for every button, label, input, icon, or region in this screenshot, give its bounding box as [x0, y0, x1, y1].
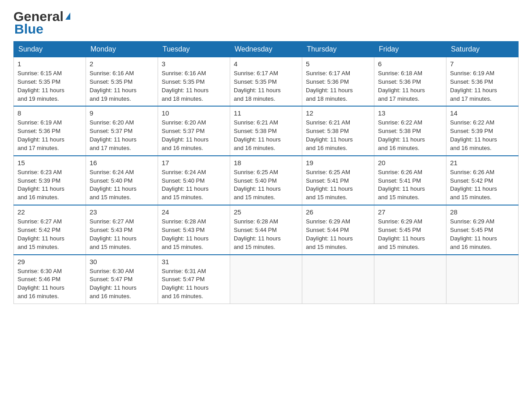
calendar-week-row: 29Sunrise: 6:30 AMSunset: 5:46 PMDayligh… [14, 255, 519, 304]
day-number: 23 [90, 208, 154, 216]
calendar-cell: 20Sunrise: 6:26 AMSunset: 5:41 PMDayligh… [374, 156, 446, 205]
calendar-cell [302, 255, 374, 304]
day-number: 25 [234, 208, 298, 216]
day-info: Sunrise: 6:25 AMSunset: 5:40 PMDaylight:… [234, 168, 298, 202]
calendar-cell: 3Sunrise: 6:16 AMSunset: 5:35 PMDaylight… [158, 57, 230, 107]
calendar-week-row: 8Sunrise: 6:19 AMSunset: 5:36 PMDaylight… [14, 106, 519, 155]
day-number: 5 [306, 60, 370, 68]
calendar-cell [230, 255, 302, 304]
day-info: Sunrise: 6:23 AMSunset: 5:39 PMDaylight:… [17, 168, 82, 202]
calendar-cell: 18Sunrise: 6:25 AMSunset: 5:40 PMDayligh… [230, 156, 302, 205]
day-info: Sunrise: 6:26 AMSunset: 5:42 PMDaylight:… [450, 168, 515, 202]
day-info: Sunrise: 6:21 AMSunset: 5:38 PMDaylight:… [234, 119, 298, 152]
calendar-cell: 11Sunrise: 6:21 AMSunset: 5:38 PMDayligh… [230, 106, 302, 155]
calendar-cell: 28Sunrise: 6:29 AMSunset: 5:45 PMDayligh… [446, 205, 519, 254]
calendar-cell [374, 255, 446, 304]
calendar-cell: 26Sunrise: 6:29 AMSunset: 5:44 PMDayligh… [302, 205, 374, 254]
day-number: 6 [378, 60, 442, 68]
day-info: Sunrise: 6:22 AMSunset: 5:38 PMDaylight:… [378, 119, 442, 152]
calendar-cell: 2Sunrise: 6:16 AMSunset: 5:35 PMDaylight… [86, 57, 158, 107]
day-number: 2 [90, 60, 154, 68]
header-wednesday: Wednesday [230, 42, 302, 57]
day-info: Sunrise: 6:22 AMSunset: 5:39 PMDaylight:… [450, 119, 515, 152]
day-info: Sunrise: 6:19 AMSunset: 5:36 PMDaylight:… [17, 119, 82, 152]
calendar-cell: 25Sunrise: 6:28 AMSunset: 5:44 PMDayligh… [230, 205, 302, 254]
day-number: 27 [378, 208, 442, 216]
calendar-cell: 21Sunrise: 6:26 AMSunset: 5:42 PMDayligh… [446, 156, 519, 205]
day-number: 28 [450, 208, 515, 216]
day-info: Sunrise: 6:29 AMSunset: 5:45 PMDaylight:… [450, 218, 515, 251]
calendar-cell: 5Sunrise: 6:17 AMSunset: 5:36 PMDaylight… [302, 57, 374, 107]
day-number: 17 [162, 159, 226, 167]
header-friday: Friday [374, 42, 446, 57]
day-number: 20 [378, 159, 442, 167]
calendar-cell: 17Sunrise: 6:24 AMSunset: 5:40 PMDayligh… [158, 156, 230, 205]
day-info: Sunrise: 6:17 AMSunset: 5:35 PMDaylight:… [234, 69, 298, 103]
calendar-week-row: 15Sunrise: 6:23 AMSunset: 5:39 PMDayligh… [14, 156, 519, 205]
day-number: 13 [378, 109, 442, 117]
day-number: 3 [162, 60, 226, 68]
header-monday: Monday [86, 42, 158, 57]
day-info: Sunrise: 6:20 AMSunset: 5:37 PMDaylight:… [162, 119, 226, 152]
calendar-cell: 30Sunrise: 6:30 AMSunset: 5:47 PMDayligh… [86, 255, 158, 304]
day-info: Sunrise: 6:28 AMSunset: 5:43 PMDaylight:… [162, 218, 226, 251]
day-info: Sunrise: 6:15 AMSunset: 5:35 PMDaylight:… [17, 69, 82, 103]
day-info: Sunrise: 6:17 AMSunset: 5:36 PMDaylight:… [306, 69, 370, 103]
calendar-cell: 31Sunrise: 6:31 AMSunset: 5:47 PMDayligh… [158, 255, 230, 304]
calendar-week-row: 22Sunrise: 6:27 AMSunset: 5:42 PMDayligh… [14, 205, 519, 254]
day-number: 8 [17, 109, 82, 117]
calendar-cell: 4Sunrise: 6:17 AMSunset: 5:35 PMDaylight… [230, 57, 302, 107]
day-info: Sunrise: 6:30 AMSunset: 5:47 PMDaylight:… [90, 267, 154, 301]
header-sunday: Sunday [14, 42, 86, 57]
day-number: 12 [306, 109, 370, 117]
day-number: 30 [90, 258, 154, 265]
header-thursday: Thursday [302, 42, 374, 57]
calendar-cell: 6Sunrise: 6:18 AMSunset: 5:36 PMDaylight… [374, 57, 446, 107]
day-number: 16 [90, 159, 154, 167]
day-info: Sunrise: 6:25 AMSunset: 5:41 PMDaylight:… [306, 168, 370, 202]
day-info: Sunrise: 6:29 AMSunset: 5:44 PMDaylight:… [306, 218, 370, 251]
day-number: 10 [162, 109, 226, 117]
day-info: Sunrise: 6:20 AMSunset: 5:37 PMDaylight:… [90, 119, 154, 152]
day-info: Sunrise: 6:24 AMSunset: 5:40 PMDaylight:… [162, 168, 226, 202]
calendar-table: SundayMondayTuesdayWednesdayThursdayFrid… [13, 41, 519, 304]
calendar-cell: 22Sunrise: 6:27 AMSunset: 5:42 PMDayligh… [14, 205, 86, 254]
day-number: 4 [234, 60, 298, 68]
calendar-week-row: 1Sunrise: 6:15 AMSunset: 5:35 PMDaylight… [14, 57, 519, 107]
calendar-cell: 14Sunrise: 6:22 AMSunset: 5:39 PMDayligh… [446, 106, 519, 155]
calendar-cell: 29Sunrise: 6:30 AMSunset: 5:46 PMDayligh… [14, 255, 86, 304]
day-info: Sunrise: 6:16 AMSunset: 5:35 PMDaylight:… [162, 69, 226, 103]
day-number: 11 [234, 109, 298, 117]
day-number: 9 [90, 109, 154, 117]
day-number: 7 [450, 60, 515, 68]
day-info: Sunrise: 6:26 AMSunset: 5:41 PMDaylight:… [378, 168, 442, 202]
day-info: Sunrise: 6:19 AMSunset: 5:36 PMDaylight:… [450, 69, 515, 103]
calendar-cell: 13Sunrise: 6:22 AMSunset: 5:38 PMDayligh… [374, 106, 446, 155]
day-number: 26 [306, 208, 370, 216]
calendar-cell [446, 255, 519, 304]
day-number: 22 [17, 208, 82, 216]
calendar-cell: 24Sunrise: 6:28 AMSunset: 5:43 PMDayligh… [158, 205, 230, 254]
day-number: 18 [234, 159, 298, 167]
day-info: Sunrise: 6:27 AMSunset: 5:43 PMDaylight:… [90, 218, 154, 251]
calendar-cell: 15Sunrise: 6:23 AMSunset: 5:39 PMDayligh… [14, 156, 86, 205]
day-number: 1 [17, 60, 82, 68]
day-number: 19 [306, 159, 370, 167]
calendar-cell: 1Sunrise: 6:15 AMSunset: 5:35 PMDaylight… [14, 57, 86, 107]
day-info: Sunrise: 6:31 AMSunset: 5:47 PMDaylight:… [162, 267, 226, 301]
day-number: 15 [17, 159, 82, 167]
day-info: Sunrise: 6:28 AMSunset: 5:44 PMDaylight:… [234, 218, 298, 251]
calendar-header-row: SundayMondayTuesdayWednesdayThursdayFrid… [14, 42, 519, 57]
calendar-cell: 23Sunrise: 6:27 AMSunset: 5:43 PMDayligh… [86, 205, 158, 254]
calendar-cell: 27Sunrise: 6:29 AMSunset: 5:45 PMDayligh… [374, 205, 446, 254]
header-saturday: Saturday [446, 42, 519, 57]
day-info: Sunrise: 6:29 AMSunset: 5:45 PMDaylight:… [378, 218, 442, 251]
day-info: Sunrise: 6:30 AMSunset: 5:46 PMDaylight:… [17, 267, 82, 301]
header-tuesday: Tuesday [158, 42, 230, 57]
day-info: Sunrise: 6:24 AMSunset: 5:40 PMDaylight:… [90, 168, 154, 202]
logo-blue-text: Blue [14, 21, 43, 37]
day-info: Sunrise: 6:18 AMSunset: 5:36 PMDaylight:… [378, 69, 442, 103]
day-number: 29 [17, 258, 82, 265]
calendar-cell: 7Sunrise: 6:19 AMSunset: 5:36 PMDaylight… [446, 57, 519, 107]
page-header: General Blue [13, 9, 519, 37]
